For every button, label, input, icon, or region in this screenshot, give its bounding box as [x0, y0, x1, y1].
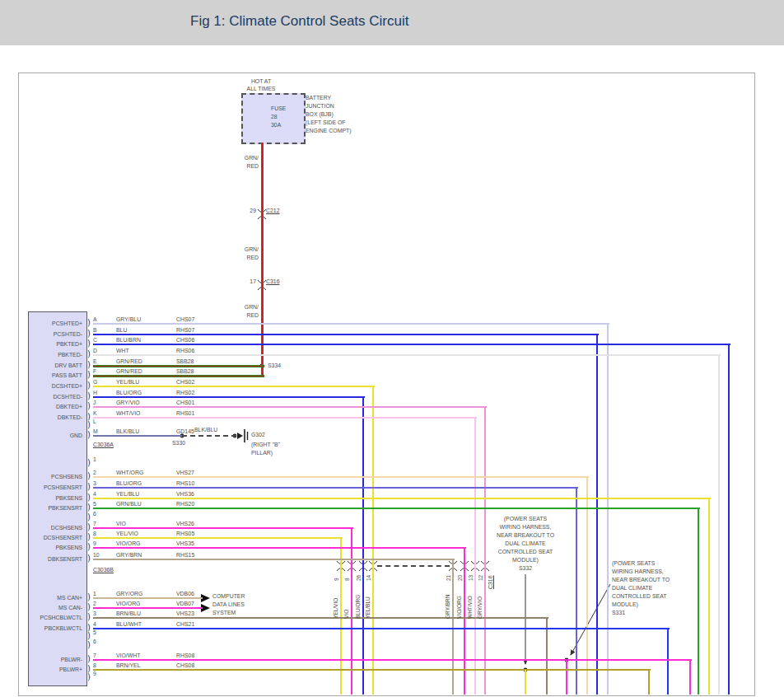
wire-color-label: WHT/ORG — [116, 469, 143, 476]
wire-color-label: GRN/ — [221, 303, 259, 311]
pin-id: K — [93, 409, 97, 417]
pin-arc: ) — [87, 603, 91, 610]
circuit-label: RHS08 — [176, 652, 194, 659]
wire-rhs05 — [93, 537, 343, 539]
wire-vhs36 — [93, 498, 711, 499]
s331-annotation: CONTROLLED SEAT — [612, 592, 667, 600]
hot-at-all-times-label: ALL TIMES — [235, 85, 287, 92]
c316-pin-id: 9 — [333, 568, 340, 581]
circuit-label: RHS15 — [176, 551, 194, 559]
circuit-label: VHS26 — [176, 520, 194, 527]
wire-color-label-vertical: WHT/VIO — [466, 581, 474, 619]
pin-arc: ) — [87, 673, 91, 681]
pin-function-label: PCSHTED+ — [28, 320, 82, 327]
wire-vhs26 — [93, 527, 353, 529]
c316-pin-id: 8 — [343, 568, 351, 581]
pin-function-label: PBKSENSRT — [28, 504, 82, 512]
inline-connector-id[interactable]: C316 — [266, 278, 279, 285]
circuit-label: VHS36 — [176, 490, 194, 498]
inline-connector-id[interactable]: C212 — [266, 207, 279, 214]
wire-color-label: GRY/ORG — [116, 590, 142, 597]
pin-arc: ) — [87, 339, 91, 347]
wire-chs08 — [93, 669, 651, 671]
pin-id: 3 — [93, 479, 96, 487]
wire-color-label-vertical: BLU/ORG — [354, 581, 362, 619]
s331-annotation: (POWER SEATS — [612, 559, 655, 567]
battery-junction-box-label: BOX (BJB) — [306, 110, 334, 118]
computer-data-lines-label: COMPUTER — [212, 592, 245, 600]
c316-pin-id: 14 — [365, 568, 372, 581]
pin-function-label: PBKTED+ — [28, 340, 82, 348]
wire-gd145 — [93, 435, 184, 437]
circuit-label: VDB07 — [176, 600, 194, 607]
pin-id: H — [93, 389, 97, 396]
wiring-diagram-canvas: HOT ATALL TIMESFUSE2830ABATTERYJUNCTIONB… — [18, 73, 755, 696]
pin-id: L — [93, 418, 96, 425]
pin-function-label: GND — [28, 432, 82, 439]
pin-function-label: PBKSENS — [28, 494, 82, 502]
wire-color-label-vertical: YEL/BLU — [364, 581, 371, 619]
pin-id: 7 — [93, 652, 96, 659]
battery-junction-box-label: ENGINE COMPT) — [306, 127, 352, 134]
wire-chs21 — [93, 628, 670, 629]
pin-function-label: PCSHTED- — [28, 330, 82, 338]
pin-arc: ) — [87, 665, 91, 672]
wire-color-label: WHT — [116, 347, 129, 354]
wire-rhs10 — [93, 487, 578, 489]
ground-arrow-icon — [237, 433, 243, 439]
pin-arc: ) — [87, 523, 91, 531]
pin-arc: ) — [87, 543, 91, 550]
s332-annotation: (POWER SEATS — [478, 515, 573, 522]
connector-id[interactable]: C3036A — [93, 441, 114, 448]
wire-color-label: GRN/RED — [116, 358, 142, 365]
wire-vdb06 — [93, 597, 203, 599]
s332-annotation: DUAL CLIMATE — [478, 540, 573, 547]
pin-arc: ) — [87, 503, 91, 511]
circuit-label: RHS07 — [176, 326, 194, 334]
pin-id: J — [93, 399, 96, 406]
pin-id: 4 — [93, 490, 96, 498]
pin-arc: ) — [87, 381, 91, 389]
wire-vhs35 — [464, 548, 465, 695]
pin-function-label: PCSHSENSRT — [28, 484, 82, 491]
pin-id: C — [93, 336, 97, 344]
wire-rhs15 — [452, 559, 454, 695]
pin-id: 7 — [93, 520, 96, 527]
wire-color-label: GRY/VIO — [116, 399, 140, 406]
wire-rhs05 — [340, 538, 342, 695]
pin-arc: ) — [87, 533, 91, 540]
wire-color-label-vertical: GRY/BRN — [444, 581, 451, 619]
pin-arc: ) — [87, 431, 91, 438]
pin-id: 3 — [93, 610, 96, 617]
wire-color-label: VIO — [116, 520, 126, 527]
pin-function-label: PBCKBLWCTL — [28, 624, 82, 632]
wire-color-label: VIO/ORG — [116, 540, 140, 547]
wire-rhs08 — [689, 660, 691, 695]
battery-junction-box-label: BATTERY — [306, 94, 331, 101]
wire-color-label-vertical: VIO — [343, 581, 350, 619]
wire-vdb07 — [93, 607, 203, 609]
battery-junction-box-label: (LEFT SIDE OF — [306, 119, 346, 126]
pin-function-label: PBKSENS — [28, 544, 82, 551]
pin-id: 10 — [93, 551, 100, 559]
connector-id[interactable]: C3036B — [93, 566, 114, 573]
pin-function-label: PCSHCBLWCTL — [28, 614, 82, 621]
pin-arc: ) — [87, 472, 91, 479]
wire-chs07 — [93, 323, 609, 325]
fuse-label: 30A — [271, 121, 281, 129]
pin-function-label: DBKSENSRT — [28, 555, 82, 563]
pin-arc: ) — [87, 330, 91, 337]
wire-rhs10 — [576, 488, 577, 695]
title-bar: Fig 1: Climate Control Seats Circuit — [0, 0, 784, 45]
wire-rhs06 — [718, 355, 720, 695]
wire-color-label: GRY/BLU — [116, 316, 141, 323]
wire-color-label: VIO/ORG — [116, 600, 140, 607]
wire-color-label: YEL/BLU — [116, 490, 139, 498]
inline-connector-pin: 17 — [235, 278, 256, 285]
wire-chs21 — [667, 629, 669, 695]
pin-function-label: DBKTED+ — [28, 403, 82, 410]
wire-color-label: GRN/BLU — [116, 500, 142, 508]
pin-function-label: MS CAN+ — [28, 594, 82, 601]
wire-vhs27 — [93, 476, 589, 478]
wire-color-label: BLU/BRN — [116, 336, 141, 344]
